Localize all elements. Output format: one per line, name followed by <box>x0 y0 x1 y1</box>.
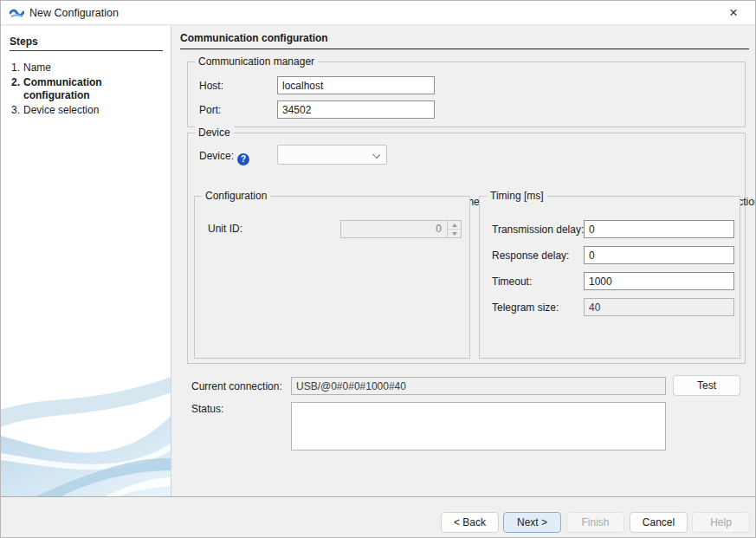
transmission-delay-label: Transmission delay: <box>492 224 584 236</box>
port-label: Port: <box>199 104 221 116</box>
host-label: Host: <box>199 80 223 92</box>
unit-id-value: 0 <box>341 221 447 237</box>
steps-heading: Steps <box>10 36 38 48</box>
help-button: Help <box>692 512 750 533</box>
timeout-label: Timeout: <box>492 275 532 288</box>
host-input[interactable] <box>277 76 435 94</box>
group-legend: Timing [ms] <box>487 190 547 202</box>
unit-id-stepper: 0 <box>340 220 462 238</box>
transmission-delay-input[interactable] <box>584 220 734 238</box>
app-icon <box>10 7 24 19</box>
spinner-up-icon <box>448 221 461 229</box>
spinner-down-icon <box>448 229 461 237</box>
group-legend: Device <box>195 126 234 139</box>
chevron-down-icon <box>372 151 380 159</box>
group-legend: Configuration <box>202 190 270 202</box>
group-legend: Communication manager <box>195 55 318 68</box>
device-group: Device Device:? Physical layer: USB Seri… <box>187 133 746 364</box>
current-connection-field <box>291 377 666 395</box>
finish-button: Finish <box>566 512 624 533</box>
step-item-name: 1. Name <box>1 61 171 75</box>
close-icon[interactable]: × <box>719 2 748 24</box>
response-delay-label: Response delay: <box>492 250 569 262</box>
step-number: 1. <box>1 62 23 75</box>
help-icon[interactable]: ? <box>237 153 249 165</box>
new-configuration-dialog: New Configuration × Steps 1. Name 2. Com… <box>0 0 756 538</box>
step-item-device-selection: 3. Device selection <box>1 103 171 118</box>
step-label: Communication configuration <box>23 76 171 102</box>
main-panel: Communication configuration Communicatio… <box>172 25 756 496</box>
footer-button-bar: < Back Next > Finish Cancel Help <box>1 496 756 538</box>
communication-manager-group: Communication manager Host: Port: <box>187 62 746 127</box>
telegram-size-label: Telegram size: <box>492 301 559 314</box>
step-number: 3. <box>1 104 23 117</box>
device-select[interactable] <box>277 145 387 165</box>
decorative-swoosh-graphic <box>1 373 171 496</box>
device-label: Device:? <box>199 150 249 165</box>
back-button[interactable]: < Back <box>441 512 499 533</box>
unit-id-label: Unit ID: <box>208 223 242 235</box>
steps-heading-rule <box>10 50 163 51</box>
test-button[interactable]: Test <box>673 375 740 396</box>
page-title-rule <box>180 49 749 49</box>
timing-group: Timing [ms] Transmission delay: Response… <box>479 196 740 359</box>
response-delay-input[interactable] <box>584 246 734 264</box>
telegram-size-input <box>584 298 734 316</box>
timeout-input[interactable] <box>584 272 734 290</box>
step-item-communication-configuration: 2. Communication configuration <box>1 75 171 103</box>
next-button[interactable]: Next > <box>503 512 561 533</box>
step-label: Name <box>23 62 58 75</box>
page-title: Communication configuration <box>180 32 328 44</box>
configuration-group: Configuration Unit ID: 0 <box>194 196 470 359</box>
step-number: 2. <box>1 76 23 102</box>
step-label: Device selection <box>23 104 106 117</box>
status-textarea[interactable] <box>291 402 666 450</box>
cancel-button[interactable]: Cancel <box>630 512 688 533</box>
port-input[interactable] <box>277 100 435 119</box>
steps-list: 1. Name 2. Communication configuration 3… <box>1 61 171 118</box>
spinner-buttons <box>447 221 461 237</box>
status-label: Status: <box>191 403 223 415</box>
current-connection-label: Current connection: <box>191 380 282 392</box>
title-bar: New Configuration × <box>1 1 755 25</box>
window-title: New Configuration <box>29 7 119 19</box>
steps-sidebar: Steps 1. Name 2. Communication configura… <box>1 26 171 496</box>
